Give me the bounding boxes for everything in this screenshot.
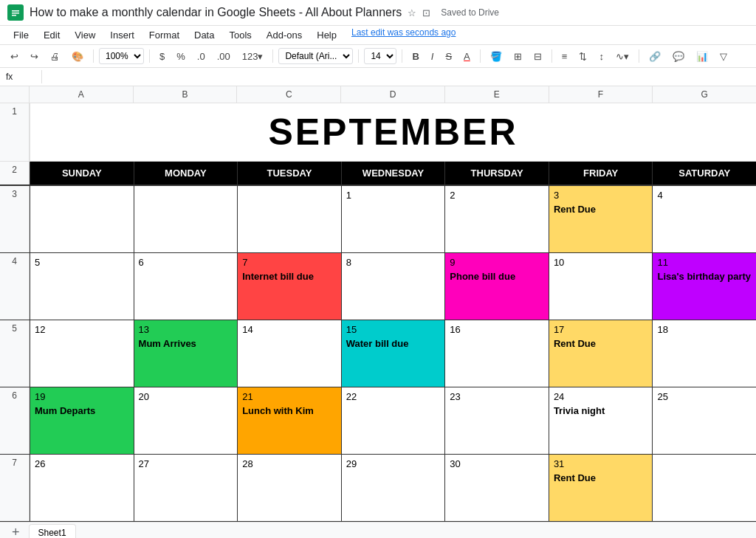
col-header-g[interactable]: G (653, 86, 756, 103)
col-header-e[interactable]: E (445, 86, 549, 103)
cal-cell-r4-c4[interactable]: 9Phone bill due (444, 253, 549, 320)
more-format-button[interactable]: ∿▾ (611, 49, 633, 63)
sheet-tab-1[interactable]: Sheet1 (29, 524, 76, 538)
undo-button[interactable]: ↩ (6, 49, 23, 63)
cal-cell-r4-c0[interactable]: 5 (30, 253, 134, 320)
cal-cell-r7-c6[interactable] (652, 455, 756, 521)
bold-button[interactable]: B (408, 49, 423, 63)
cal-cell-r3-c1[interactable] (134, 186, 238, 252)
zoom-select[interactable]: 100% (99, 48, 144, 64)
fill-color-button[interactable]: 🪣 (486, 49, 506, 63)
col-header-b[interactable]: B (134, 86, 238, 103)
cal-cell-r3-c6[interactable]: 4 (652, 186, 756, 252)
format-number-button[interactable]: 123▾ (238, 49, 268, 63)
strikethrough-button[interactable]: S (441, 49, 456, 63)
last-edit-link[interactable]: Last edit was seconds ago (351, 27, 456, 43)
comment-button[interactable]: 💬 (668, 49, 689, 63)
cal-cell-r4-c6[interactable]: 11Lisa's birthday party (652, 253, 756, 320)
currency-button[interactable]: $ (155, 49, 169, 63)
day-number: 12 (35, 324, 129, 335)
cal-cell-r7-c4[interactable]: 30 (444, 455, 549, 521)
day-number: 23 (450, 391, 544, 402)
italic-button[interactable]: I (427, 49, 439, 63)
cal-cell-r6-c3[interactable]: 22 (341, 387, 445, 454)
col-header-f[interactable]: F (549, 86, 653, 103)
menu-format[interactable]: Format (143, 27, 185, 43)
header-friday: FRIDAY (549, 162, 653, 184)
cal-cell-r5-c1[interactable]: 13Mum Arrives (134, 320, 238, 387)
row-num-6: 6 (0, 387, 30, 454)
print-button[interactable]: 🖨 (46, 49, 64, 63)
cell-reference[interactable]: fx (6, 72, 35, 82)
font-select[interactable]: Default (Ari... (278, 48, 353, 64)
star-icon[interactable]: ☆ (408, 7, 416, 18)
menu-edit[interactable]: Edit (38, 27, 66, 43)
col-header-c[interactable]: C (237, 86, 341, 103)
cal-cell-r6-c4[interactable]: 23 (444, 387, 549, 454)
svg-rect-2 (12, 13, 19, 14)
valign-button[interactable]: ⇅ (574, 49, 591, 63)
header-sunday: SUNDAY (30, 162, 134, 184)
calendar-rows: 3123Rent Due44567Internet bill due89Phon… (0, 186, 756, 522)
col-header-d[interactable]: D (341, 86, 445, 103)
day-number: 2 (450, 190, 544, 201)
menu-insert[interactable]: Insert (104, 27, 140, 43)
borders-button[interactable]: ⊞ (509, 49, 526, 63)
chart-button[interactable]: 📊 (692, 49, 712, 63)
cal-cell-r7-c1[interactable]: 27 (134, 455, 238, 521)
cal-cell-r4-c2[interactable]: 7Internet bill due (237, 253, 341, 320)
history-icon[interactable]: ⊡ (422, 7, 430, 18)
col-header-a[interactable]: A (30, 86, 134, 103)
cal-cell-r4-c5[interactable]: 10 (549, 253, 653, 320)
decimal-decrease-button[interactable]: .0 (193, 49, 210, 63)
align-button[interactable]: ≡ (557, 49, 572, 63)
cal-cell-r7-c0[interactable]: 26 (30, 455, 134, 521)
filter-button[interactable]: ▽ (715, 49, 732, 63)
menu-file[interactable]: File (7, 27, 35, 43)
font-size-select[interactable]: 14 (364, 48, 396, 64)
month-title-cell[interactable]: SEPTEMBER (30, 103, 756, 161)
cal-cell-r7-c5[interactable]: 31Rent Due (549, 455, 653, 521)
menu-help[interactable]: Help (311, 27, 343, 43)
cal-cell-r3-c0[interactable] (30, 186, 134, 252)
decimal-increase-button[interactable]: .00 (213, 49, 235, 63)
cal-cell-r3-c3[interactable]: 1 (341, 186, 445, 252)
menu-view[interactable]: View (69, 27, 101, 43)
day-number: 27 (139, 458, 233, 469)
cal-cell-r7-c2[interactable]: 28 (237, 455, 341, 521)
cal-cell-r4-c3[interactable]: 8 (341, 253, 445, 320)
cal-cell-r6-c2[interactable]: 21Lunch with Kim (237, 387, 341, 454)
cal-cell-r5-c4[interactable]: 16 (444, 320, 549, 387)
cal-cell-r7-c3[interactable]: 29 (341, 455, 445, 521)
cal-cell-r5-c2[interactable]: 14 (237, 320, 341, 387)
merge-button[interactable]: ⊟ (529, 49, 546, 63)
formula-input[interactable] (48, 72, 750, 83)
cal-cell-r5-c5[interactable]: 17Rent Due (549, 320, 653, 387)
day-number: 4 (657, 190, 752, 201)
cal-cell-r6-c1[interactable]: 20 (134, 387, 238, 454)
menu-addons[interactable]: Add-ons (261, 27, 308, 43)
menu-data[interactable]: Data (188, 27, 220, 43)
cal-cell-r3-c4[interactable]: 2 (444, 186, 549, 252)
cal-cell-r5-c3[interactable]: 15Water bill due (341, 320, 445, 387)
text-color-button[interactable]: A (459, 49, 475, 63)
row-num-1: 1 (0, 103, 30, 161)
day-number: 17 (554, 324, 648, 335)
menu-tools[interactable]: Tools (223, 27, 257, 43)
cal-cell-r5-c6[interactable]: 18 (652, 320, 756, 387)
paint-format-button[interactable]: 🎨 (67, 49, 88, 63)
cal-cell-r3-c2[interactable] (237, 186, 341, 252)
cal-cell-r5-c0[interactable]: 12 (30, 320, 134, 387)
text-rotation-button[interactable]: ↕ (594, 49, 608, 63)
cal-cell-r6-c5[interactable]: 24Trivia night (549, 387, 653, 454)
cal-cell-r3-c5[interactable]: 3Rent Due (549, 186, 653, 252)
redo-button[interactable]: ↪ (26, 49, 43, 63)
add-sheet-button[interactable]: + (6, 525, 26, 538)
link-button[interactable]: 🔗 (645, 49, 665, 63)
cal-cell-r6-c6[interactable]: 25 (652, 387, 756, 454)
day-number: 7 (242, 257, 337, 268)
cal-cell-r4-c1[interactable]: 6 (134, 253, 238, 320)
percent-button[interactable]: % (172, 49, 190, 63)
cal-cell-r6-c0[interactable]: 19Mum Departs (30, 387, 134, 454)
separator-8 (639, 49, 639, 63)
